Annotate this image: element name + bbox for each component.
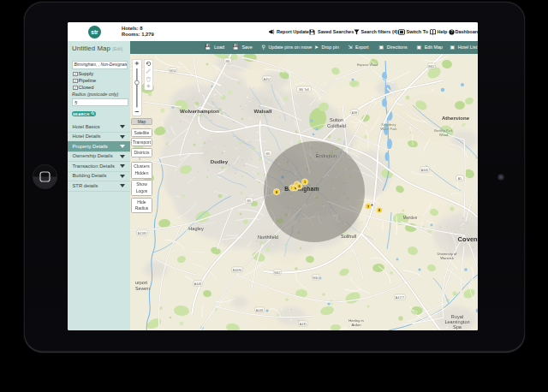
svg-text:Solihull: Solihull [341,234,356,239]
svg-text:A452: A452 [264,78,271,81]
svg-text:Arden: Arden [351,323,361,327]
svg-text:urport: urport [135,280,148,285]
svg-text:Northfield: Northfield [258,235,278,240]
svg-text:M42: M42 [429,65,435,68]
svg-text:A4177: A4177 [396,296,404,300]
svg-text:B4096: B4096 [233,269,241,272]
svg-text:?: ? [450,30,453,34]
svg-text:A435: A435 [300,323,307,326]
svg-text:A448: A448 [194,282,201,286]
svg-text:A446: A446 [421,169,428,172]
svg-text:Wood: Wood [439,134,448,137]
svg-text:Hopwas Wood: Hopwas Wood [357,63,378,67]
svg-text:Erdington: Erdington [316,153,337,158]
svg-text:Severn: Severn [135,286,150,291]
svg-text:Warwick: Warwick [440,256,455,260]
svg-text:M54: M54 [170,69,176,73]
svg-text:Spa: Spa [453,324,462,330]
svg-text:M5: M5 [266,152,271,156]
svg-text:A5: A5 [458,177,462,181]
svg-text:A38: A38 [352,111,357,115]
svg-text:Water Park: Water Park [381,128,397,131]
svg-text:Bentley Park: Bentley Park [434,129,453,133]
svg-text:M42: M42 [275,271,281,275]
svg-text:M6 Toll: M6 Toll [299,88,309,92]
svg-text:Sutton: Sutton [330,117,343,122]
svg-text:Wolverhampton: Wolverhampton [180,108,219,114]
svg-text:Meriden: Meriden [403,216,418,220]
svg-text:Atherstone: Atherstone [442,115,470,121]
svg-text:Kingsbury: Kingsbury [382,123,396,127]
svg-text:Hagley: Hagley [188,226,204,231]
svg-text:M6: M6 [226,60,230,63]
svg-text:M40: M40 [313,276,319,280]
svg-text:B4189: B4189 [138,232,146,235]
svg-text:Walsall: Walsall [254,108,272,114]
svg-text:A448: A448 [256,309,263,312]
svg-text:Coldfield: Coldfield [327,123,346,128]
svg-text:Coventry: Coventry [458,235,478,243]
svg-text:Dudley: Dudley [211,158,229,164]
svg-text:M5: M5 [247,199,252,203]
